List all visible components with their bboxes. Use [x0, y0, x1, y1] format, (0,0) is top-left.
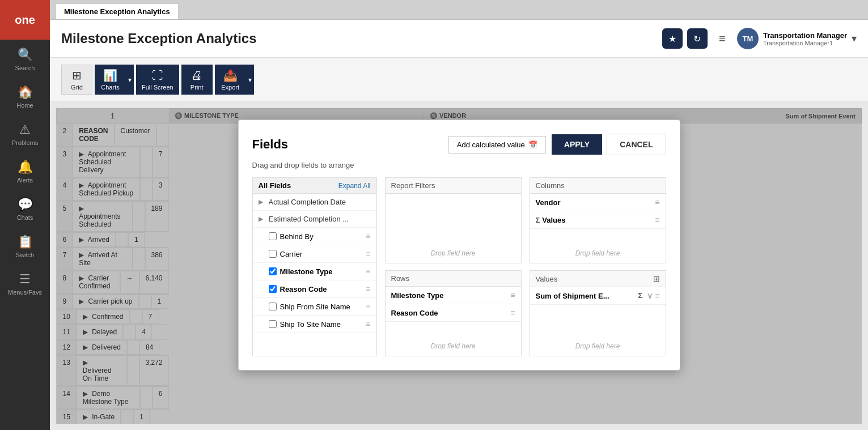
- modal-overlay: Fields Add calculated value 📅 APPLY CANC…: [56, 108, 862, 424]
- checkbox-ship-from[interactable]: [269, 303, 277, 310]
- switch-icon: 📋: [18, 235, 33, 249]
- sidebar-item-problems[interactable]: ⚠ Problems: [0, 114, 50, 152]
- charts-dropdown[interactable]: ▾: [126, 65, 134, 95]
- drag-handle-reason[interactable]: ≡: [366, 284, 370, 293]
- column-values-name: ΣValues: [536, 216, 566, 224]
- drag-handle-behind-by[interactable]: ≡: [366, 232, 370, 241]
- grid-button[interactable]: ⊞ Grid: [61, 65, 92, 95]
- tab-bar: Milestone Exception Analytics: [50, 0, 868, 20]
- drag-handle-shipfrom[interactable]: ≡: [366, 302, 370, 311]
- tab-label: Milestone Exception Analytics: [64, 7, 170, 16]
- fields-modal: Fields Add calculated value 📅 APPLY CANC…: [238, 120, 680, 371]
- grid-icon: ⊞: [72, 69, 82, 82]
- print-button[interactable]: 🖨 Print: [181, 65, 213, 95]
- columns-drop-area[interactable]: Drop field here: [530, 229, 666, 263]
- expand-arrow-icon-est: ▶: [259, 215, 265, 223]
- sidebar-item-home[interactable]: 🏠 Home: [0, 77, 50, 114]
- values-drop-area[interactable]: Drop field here: [530, 305, 666, 356]
- drag-icon-vendor[interactable]: ≡: [655, 198, 659, 207]
- field-item-reason-code: Reason Code ≡: [253, 280, 376, 298]
- checkbox-behind-by[interactable]: [269, 232, 277, 240]
- report-filters-drop-area[interactable]: Drop field here: [386, 194, 521, 263]
- fields-list: ▶ Actual Completion Date ▶ Estimated Com…: [253, 194, 376, 356]
- hamburger-button[interactable]: ≡: [712, 28, 732, 49]
- drag-handle-carrier[interactable]: ≡: [366, 249, 370, 258]
- modal-title: Fields: [252, 137, 448, 152]
- sidebar-label-alerts: Alerts: [17, 177, 33, 184]
- cancel-button[interactable]: CANCEL: [607, 134, 666, 155]
- charts-label: Charts: [101, 84, 119, 91]
- star-button[interactable]: ★: [662, 28, 683, 49]
- sidebar-label-home: Home: [16, 102, 33, 109]
- sidebar-label-chats: Chats: [17, 214, 33, 221]
- print-icon: 🖨: [191, 69, 202, 82]
- column-vendor-icons: ≡: [655, 198, 659, 207]
- app-logo[interactable]: one: [0, 0, 50, 40]
- field-name-ship-from: Ship From Site Name: [280, 303, 363, 311]
- fullscreen-button[interactable]: ⛶ Full Screen: [136, 65, 179, 95]
- drag-icon-sum[interactable]: ≡: [655, 291, 659, 300]
- report-filters-header: Report Filters: [386, 178, 521, 194]
- column-vendor-name: Vendor: [536, 198, 561, 207]
- apply-button[interactable]: APPLY: [552, 134, 602, 155]
- user-info: TM Transportation Manager Transportation…: [737, 28, 857, 49]
- drag-handle-shipto[interactable]: ≡: [366, 320, 370, 329]
- menu-icon: ☰: [19, 272, 31, 287]
- values-header: Values ⊞: [530, 271, 666, 287]
- modal-body: All Fields Expand All ▶ Actual Completio…: [252, 177, 666, 356]
- fullscreen-label: Full Screen: [142, 84, 173, 91]
- sidebar-item-search[interactable]: 🔍 Search: [0, 40, 50, 77]
- calendar-icon: 📅: [528, 141, 537, 149]
- modal-subtitle: Drag and drop fields to arrange: [252, 161, 666, 169]
- rows-placeholder: Drop field here: [431, 342, 476, 350]
- checkbox-reason-code[interactable]: [269, 285, 277, 293]
- rows-drop-area[interactable]: Drop field here: [386, 322, 521, 356]
- values-sum-icons: Σ ∨ ≡: [638, 291, 660, 300]
- row-item-reason: Reason Code ≡: [386, 304, 521, 322]
- column-values-icons: ≡: [655, 215, 659, 224]
- checkbox-milestone-type[interactable]: [269, 267, 277, 275]
- column-item-vendor: Vendor ≡: [530, 194, 666, 211]
- charts-button[interactable]: 📊 Charts: [95, 65, 126, 95]
- export-label: Export: [221, 84, 239, 91]
- sigma-icon-sum: Σ: [638, 291, 643, 300]
- report-filters-placeholder: Drop field here: [431, 249, 476, 257]
- user-role: Transportation Manager1: [763, 40, 847, 46]
- checkbox-carrier[interactable]: [269, 250, 277, 258]
- drag-handle-milestone[interactable]: ≡: [366, 267, 370, 276]
- sidebar-label-search: Search: [15, 65, 35, 71]
- expand-arrow-icon: ▶: [259, 198, 265, 206]
- refresh-button[interactable]: ↻: [687, 28, 708, 49]
- sidebar-item-chats[interactable]: 💬 Chats: [0, 189, 50, 227]
- sidebar-item-switch[interactable]: 📋 Switch: [0, 227, 50, 264]
- sidebar-item-alerts[interactable]: 🔔 Alerts: [0, 152, 50, 189]
- sidebar-label-menus: Menus/Favs: [8, 289, 42, 296]
- rows-header: Rows: [386, 271, 521, 287]
- field-item-behind-by: Behind By ≡: [253, 228, 376, 245]
- main-content: Milestone Exception Analytics Milestone …: [50, 0, 868, 430]
- tab-milestone[interactable]: Milestone Exception Analytics: [56, 3, 179, 19]
- checkbox-ship-to[interactable]: [269, 320, 277, 328]
- drag-icon-row-reason[interactable]: ≡: [510, 308, 515, 317]
- fields-panel-header: All Fields Expand All: [253, 178, 376, 194]
- table-icon[interactable]: ⊞: [653, 274, 660, 283]
- toolbar: ⊞ Grid 📊 Charts ▾ ⛶ Full Screen 🖨 Print …: [50, 58, 868, 102]
- sidebar-label-problems: Problems: [12, 139, 38, 146]
- export-button[interactable]: 📤 Export: [215, 65, 246, 95]
- add-calculated-value-button[interactable]: Add calculated value 📅: [448, 136, 546, 154]
- export-dropdown[interactable]: ▾: [246, 65, 254, 95]
- drag-icon-row-milestone[interactable]: ≡: [510, 291, 515, 300]
- user-name: Transportation Manager: [763, 31, 847, 40]
- avatar: TM: [737, 28, 759, 49]
- field-name-actual: Actual Completion Date: [269, 198, 371, 206]
- sidebar-item-menus[interactable]: ☰ Menus/Favs: [0, 264, 50, 301]
- user-dropdown-arrow[interactable]: ▾: [852, 32, 857, 45]
- report-filters-panel: Report Filters Drop field here: [385, 177, 522, 263]
- drag-icon-values[interactable]: ≡: [655, 215, 659, 224]
- fullscreen-icon: ⛶: [152, 69, 163, 82]
- sidebar-label-switch: Switch: [16, 252, 34, 258]
- top-panels: Report Filters Drop field here Columns V…: [385, 177, 666, 263]
- page-title: Milestone Exception Analytics: [61, 31, 662, 46]
- expand-all-link[interactable]: Expand All: [338, 182, 371, 190]
- chevron-down-icon[interactable]: ∨: [647, 291, 653, 300]
